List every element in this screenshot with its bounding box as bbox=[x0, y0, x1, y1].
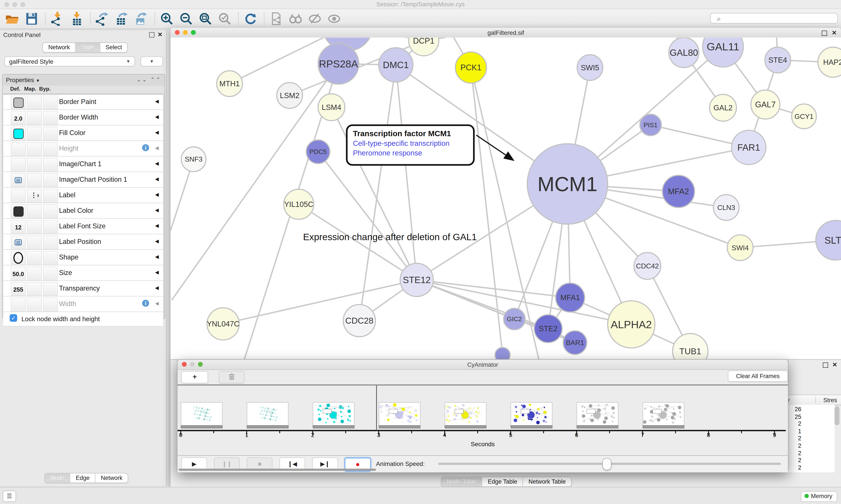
expand-row-icon[interactable]: ◀ bbox=[155, 208, 159, 213]
expand-row-icon[interactable]: ◀ bbox=[155, 301, 159, 306]
frame-thumbnail-2[interactable] bbox=[313, 402, 355, 427]
default-value-cell[interactable] bbox=[11, 235, 26, 249]
cyanimator-titlebar[interactable]: CyAnimator bbox=[178, 360, 788, 370]
network-node-gal7[interactable]: GAL7 bbox=[751, 90, 780, 119]
network-node-ste12[interactable]: STE12 bbox=[400, 263, 433, 296]
tab-style[interactable]: Style bbox=[76, 43, 100, 52]
tab-edge-table[interactable]: Edge Table bbox=[482, 477, 523, 486]
close-panel-icon[interactable]: ✕ bbox=[832, 362, 837, 367]
network-node-gic2[interactable]: GIC2 bbox=[504, 308, 525, 330]
float-window-icon[interactable] bbox=[822, 31, 827, 36]
zoom-in-icon[interactable] bbox=[160, 12, 174, 26]
bypass-cell[interactable] bbox=[43, 95, 58, 109]
network-edge[interactable] bbox=[172, 64, 339, 300]
mapping-cell[interactable]: ⋮› bbox=[27, 189, 42, 203]
expand-row-icon[interactable]: ◀ bbox=[155, 130, 159, 135]
network-node-gcy1[interactable]: GCY1 bbox=[792, 104, 817, 129]
property-row-label-font-size[interactable]: 12Label Font Size◀ bbox=[3, 219, 163, 234]
mapping-cell[interactable] bbox=[27, 220, 42, 234]
bypass-cell[interactable] bbox=[43, 173, 58, 187]
default-value-cell[interactable] bbox=[11, 127, 26, 141]
lock-node-size-row[interactable]: ✓Lock node width and height bbox=[3, 312, 163, 326]
zoom-out-icon[interactable] bbox=[179, 12, 193, 26]
bypass-cell[interactable] bbox=[43, 127, 58, 141]
frame-thumbnail-6[interactable] bbox=[577, 402, 619, 427]
float-panel-icon[interactable] bbox=[823, 363, 828, 368]
tab-network-table[interactable]: Network Table bbox=[523, 477, 571, 486]
default-value-cell[interactable] bbox=[11, 298, 26, 311]
bypass-cell[interactable] bbox=[43, 282, 58, 296]
network-node-slt2[interactable]: SLT2 bbox=[816, 220, 841, 260]
export-network-icon[interactable] bbox=[95, 12, 109, 26]
column-header[interactable]: Stres bbox=[815, 397, 837, 403]
export-table-icon[interactable] bbox=[115, 12, 129, 26]
network-node-cln3[interactable]: CLN3 bbox=[713, 195, 739, 220]
expand-row-icon[interactable]: ◀ bbox=[155, 177, 159, 182]
delete-frame-button[interactable] bbox=[219, 371, 245, 383]
property-row-label-color[interactable]: Label Color◀ bbox=[3, 203, 163, 219]
bypass-cell[interactable] bbox=[43, 142, 58, 156]
network-node-tub1[interactable]: TUB1 bbox=[673, 334, 708, 359]
frame-thumbnail-7[interactable] bbox=[643, 402, 684, 427]
tab-node[interactable]: Node bbox=[45, 473, 71, 483]
add-frame-button[interactable]: + bbox=[181, 371, 208, 383]
show-all-icon[interactable] bbox=[327, 12, 341, 26]
property-row-label-position[interactable]: Label Position◀ bbox=[3, 234, 163, 250]
annotation-link[interactable]: Pheromone response bbox=[353, 149, 468, 157]
expand-row-icon[interactable]: ◀ bbox=[155, 161, 159, 166]
network-node-swi4[interactable]: SWI4 bbox=[727, 235, 753, 261]
network-node-hap2[interactable]: HAP2 bbox=[818, 47, 841, 77]
default-value-cell[interactable] bbox=[11, 251, 26, 265]
default-value-cell[interactable] bbox=[11, 95, 26, 109]
mapping-cell[interactable] bbox=[27, 267, 42, 281]
import-table-icon[interactable] bbox=[70, 12, 84, 26]
import-network-icon[interactable] bbox=[50, 12, 65, 26]
task-history-button[interactable]: ☰ bbox=[3, 491, 16, 502]
annotation-box[interactable]: Transcription factor MCM1 Cell-type-spec… bbox=[346, 124, 475, 166]
save-icon[interactable] bbox=[25, 12, 39, 26]
animator-hscrollbar[interactable] bbox=[179, 469, 376, 471]
memory-button[interactable]: Memory bbox=[801, 491, 837, 502]
style-selector[interactable]: galFiltered Style ▼ bbox=[4, 56, 135, 67]
property-row-size[interactable]: 50.0Size◀ bbox=[3, 265, 163, 281]
network-edge[interactable] bbox=[223, 280, 417, 324]
network-node-dmc1[interactable]: DMC1 bbox=[379, 48, 413, 82]
network-node-nodep[interactable] bbox=[495, 347, 510, 359]
default-value-cell[interactable]: 50.0 bbox=[11, 267, 26, 281]
default-value-cell[interactable]: 12 bbox=[11, 220, 26, 234]
float-panel-icon[interactable] bbox=[149, 32, 155, 37]
bypass-cell[interactable] bbox=[43, 267, 58, 281]
table-column-headers[interactable]: ity Stres bbox=[782, 395, 841, 405]
checkbox-checked-icon[interactable]: ✓ bbox=[10, 314, 17, 322]
expand-row-icon[interactable]: ◀ bbox=[155, 145, 159, 151]
expand-row-icon[interactable]: ◀ bbox=[155, 114, 159, 120]
property-row-transparency[interactable]: 255Transparency◀ bbox=[3, 281, 163, 296]
network-node-mcm1[interactable]: MCM1 bbox=[527, 144, 608, 224]
network-node-rps28a[interactable]: RPS28A bbox=[318, 43, 359, 84]
clear-all-frames-button[interactable]: Clear All Frames bbox=[728, 371, 788, 382]
network-node-lsm4[interactable]: LSM4 bbox=[318, 94, 345, 121]
frame-thumbnail-4[interactable] bbox=[445, 402, 486, 427]
network-node-gal80[interactable]: GAL80 bbox=[669, 37, 699, 68]
expand-row-icon[interactable]: ◀ bbox=[155, 239, 159, 244]
mapping-cell[interactable] bbox=[27, 251, 42, 265]
bypass-cell[interactable] bbox=[43, 158, 58, 172]
search-input[interactable] bbox=[710, 13, 838, 24]
bypass-cell[interactable] bbox=[43, 298, 58, 311]
expand-row-icon[interactable]: ◀ bbox=[155, 223, 159, 228]
bypass-cell[interactable] bbox=[43, 251, 58, 265]
network-node-dcp1[interactable]: DCP1 bbox=[409, 37, 439, 56]
network-node-snf3[interactable]: SNF3 bbox=[181, 147, 206, 172]
network-window-titlebar[interactable]: galFiltered.sif ✕ bbox=[171, 28, 841, 38]
tab-node-table[interactable]: Node Table bbox=[442, 477, 482, 486]
mapping-cell[interactable] bbox=[27, 173, 42, 187]
network-node-cdc28[interactable]: CDC28 bbox=[343, 305, 375, 337]
property-row-label[interactable]: ⋮›Label◀ bbox=[3, 187, 163, 203]
properties-header[interactable]: Properties ▼ bbox=[6, 77, 40, 83]
property-row-image-chart-position-1[interactable]: Image/Chart Position 1◀ bbox=[3, 172, 163, 187]
tab-network[interactable]: Network bbox=[95, 473, 128, 483]
mapping-cell[interactable] bbox=[27, 235, 42, 249]
expand-collapse-icons[interactable]: ⌄⌄ ⌃⌃ bbox=[137, 77, 161, 83]
property-row-fill-color[interactable]: Fill Color◀ bbox=[3, 125, 163, 141]
network-node-pck1[interactable]: PCK1 bbox=[455, 52, 486, 83]
